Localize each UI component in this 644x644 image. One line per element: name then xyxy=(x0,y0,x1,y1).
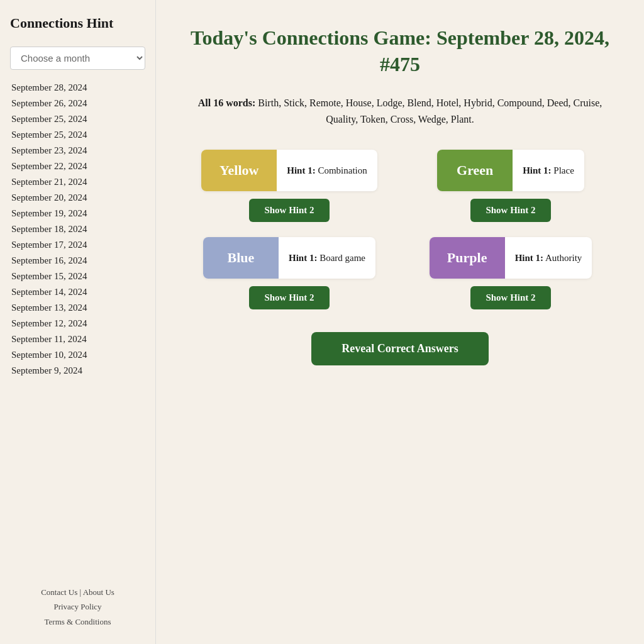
sidebar-date-link[interactable]: September 12, 2024 xyxy=(10,316,145,331)
sidebar-date-link[interactable]: September 9, 2024 xyxy=(10,363,145,379)
sidebar-date-link[interactable]: September 17, 2024 xyxy=(10,237,145,253)
purple-color-block: Purple xyxy=(430,237,505,279)
yellow-hint-text: Hint 1: Combination xyxy=(277,150,377,191)
words-list: Birth, Stick, Remote, House, Lodge, Blen… xyxy=(258,97,602,125)
blue-hint-card: Blue Hint 1: Board game xyxy=(203,237,375,279)
sidebar-date-link[interactable]: September 19, 2024 xyxy=(10,206,145,221)
words-section: All 16 words: Birth, Stick, Remote, Hous… xyxy=(186,95,614,127)
sidebar-dates-list: September 28, 2024September 26, 2024Sept… xyxy=(10,80,145,379)
sidebar-footer: Contact Us | About Us Privacy Policy Ter… xyxy=(10,570,145,629)
blue-hint-text: Hint 1: Board game xyxy=(279,237,375,279)
sidebar-date-link[interactable]: September 10, 2024 xyxy=(10,347,145,363)
sidebar-date-link[interactable]: September 18, 2024 xyxy=(10,221,145,237)
sidebar-date-link[interactable]: September 16, 2024 xyxy=(10,253,145,269)
blue-card-wrapper: Blue Hint 1: Board game Show Hint 2 xyxy=(186,237,392,309)
privacy-policy-link[interactable]: Privacy Policy xyxy=(53,602,101,611)
yellow-color-block: Yellow xyxy=(201,150,277,191)
sidebar: Connections Hint Choose a month Septembe… xyxy=(0,0,156,644)
green-color-block: Green xyxy=(437,150,513,191)
green-hint-text: Hint 1: Place xyxy=(513,150,584,191)
terms-link[interactable]: Terms & Conditions xyxy=(45,617,111,626)
page-title: Today's Connections Game: September 28, … xyxy=(186,25,614,77)
sidebar-date-link[interactable]: September 21, 2024 xyxy=(10,174,145,190)
purple-hint-text: Hint 1: Authority xyxy=(505,237,592,279)
sidebar-date-link[interactable]: September 14, 2024 xyxy=(10,284,145,300)
green-show-hint2-button[interactable]: Show Hint 2 xyxy=(470,199,550,222)
sidebar-date-link[interactable]: September 25, 2024 xyxy=(10,111,145,127)
sidebar-title: Connections Hint xyxy=(10,15,145,31)
purple-card-wrapper: Purple Hint 1: Authority Show Hint 2 xyxy=(408,237,614,309)
sidebar-date-link[interactable]: September 20, 2024 xyxy=(10,190,145,206)
purple-show-hint2-button[interactable]: Show Hint 2 xyxy=(470,286,550,309)
sidebar-date-link[interactable]: September 23, 2024 xyxy=(10,143,145,158)
reveal-answers-button[interactable]: Reveal Correct Answers xyxy=(311,332,489,365)
sidebar-date-link[interactable]: September 26, 2024 xyxy=(10,96,145,111)
blue-color-block: Blue xyxy=(203,237,279,279)
top-hint-row: Yellow Hint 1: Combination Show Hint 2 G… xyxy=(186,150,614,222)
bottom-hint-row: Blue Hint 1: Board game Show Hint 2 Purp… xyxy=(186,237,614,309)
words-label: All 16 words: xyxy=(198,97,256,108)
contact-us-link[interactable]: Contact Us xyxy=(41,587,77,597)
green-hint-card: Green Hint 1: Place xyxy=(437,150,584,191)
month-select[interactable]: Choose a month xyxy=(10,47,145,70)
yellow-card-wrapper: Yellow Hint 1: Combination Show Hint 2 xyxy=(186,150,392,222)
sidebar-date-link[interactable]: September 11, 2024 xyxy=(10,331,145,347)
sidebar-date-link[interactable]: September 13, 2024 xyxy=(10,300,145,316)
sidebar-date-link[interactable]: September 22, 2024 xyxy=(10,158,145,174)
yellow-hint-card: Yellow Hint 1: Combination xyxy=(201,150,377,191)
sidebar-date-link[interactable]: September 28, 2024 xyxy=(10,80,145,96)
sidebar-date-link[interactable]: September 25, 2024 xyxy=(10,127,145,143)
blue-show-hint2-button[interactable]: Show Hint 2 xyxy=(249,286,329,309)
green-card-wrapper: Green Hint 1: Place Show Hint 2 xyxy=(408,150,614,222)
sidebar-date-link[interactable]: September 15, 2024 xyxy=(10,269,145,284)
yellow-show-hint2-button[interactable]: Show Hint 2 xyxy=(249,199,329,222)
about-us-link[interactable]: About Us xyxy=(83,587,114,597)
main-content: Today's Connections Game: September 28, … xyxy=(156,0,644,644)
purple-hint-card: Purple Hint 1: Authority xyxy=(430,237,592,279)
